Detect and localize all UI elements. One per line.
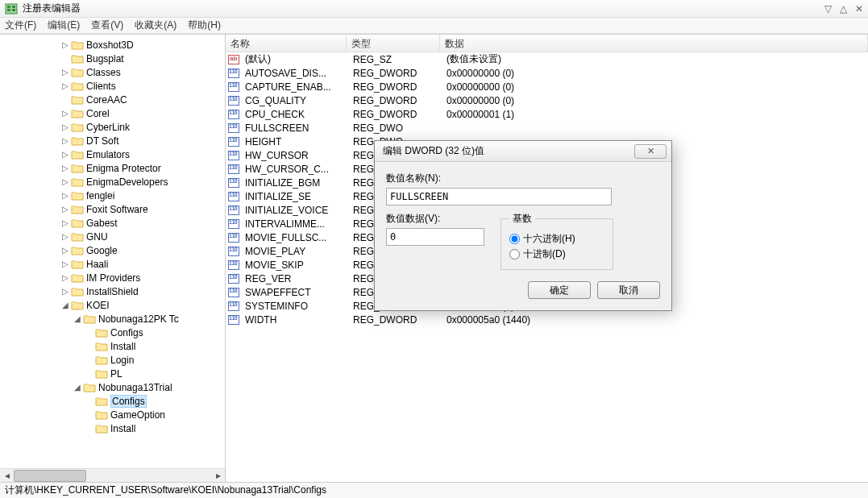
tree-item[interactable]: ▷Boxshot3D	[0, 38, 225, 52]
value-data-input[interactable]	[386, 228, 484, 246]
menu-edit[interactable]: 编辑(E)	[48, 19, 80, 32]
hex-radio[interactable]	[509, 234, 520, 244]
tree-item[interactable]: Bugsplat	[0, 52, 225, 65]
tree-item[interactable]: ▷Clients	[0, 79, 225, 93]
tree-item[interactable]: ▷Enigma Protector	[0, 161, 225, 175]
tree-item[interactable]: ▷Haali	[0, 257, 225, 271]
menu-view[interactable]: 查看(V)	[91, 19, 123, 32]
maximize-button[interactable]: △	[840, 3, 847, 15]
menu-file[interactable]: 文件(F)	[5, 19, 36, 32]
expander-icon[interactable]: ▷	[60, 191, 70, 200]
tree-item[interactable]: Install	[0, 421, 225, 435]
scroll-right-arrow[interactable]: ▸	[211, 469, 225, 483]
tree-item[interactable]: ▷Emulators	[0, 147, 225, 161]
scroll-track[interactable]	[14, 470, 211, 482]
menu-favorites[interactable]: 收藏夹(A)	[135, 19, 177, 32]
svg-rect-1	[7, 6, 10, 8]
col-type[interactable]: 类型	[347, 35, 440, 52]
expander-icon[interactable]: ▷	[60, 136, 70, 145]
expander-icon[interactable]: ▷	[60, 81, 70, 90]
value-name: HW_CURSOR	[240, 150, 348, 161]
expander-icon[interactable]: ▷	[60, 40, 70, 49]
tree-item[interactable]: Install	[0, 339, 225, 353]
expander-icon[interactable]: ▷	[60, 273, 70, 282]
ok-button[interactable]: 确定	[528, 281, 591, 299]
value-type: REG_DWORD	[348, 95, 442, 106]
value-row[interactable]: CPU_CHECKREG_DWORD0x00000001 (1)	[226, 107, 868, 121]
expander-icon[interactable]: ▷	[60, 109, 70, 118]
tree-item[interactable]: ▷Classes	[0, 65, 225, 79]
tree-item[interactable]: ▷Google	[0, 243, 225, 257]
expander-icon[interactable]: ▷	[60, 177, 70, 186]
tree-item[interactable]: CoreAAC	[0, 93, 225, 106]
tree-item[interactable]: ▷Foxit Software	[0, 202, 225, 216]
col-data[interactable]: 数据	[440, 35, 868, 52]
value-row[interactable]: CAPTURE_ENAB...REG_DWORD0x00000000 (0)	[226, 80, 868, 93]
tree-item[interactable]: Configs	[0, 394, 225, 408]
value-name-input[interactable]	[386, 188, 612, 205]
scroll-thumb[interactable]	[14, 470, 86, 482]
value-name: SYSTEMINFO	[240, 301, 348, 312]
tree-item[interactable]: ◢Nobunaga13Trial	[0, 380, 225, 394]
value-type-icon	[227, 137, 240, 147]
expander-icon[interactable]: ◢	[73, 383, 82, 392]
expander-icon[interactable]: ▷	[60, 68, 70, 77]
folder-icon	[71, 259, 84, 270]
expander-icon[interactable]: ▷	[60, 205, 70, 214]
expander-icon[interactable]: ▷	[60, 218, 70, 227]
tree-item-label: Haali	[86, 259, 108, 270]
folder-icon	[71, 94, 84, 106]
tree-item[interactable]: ◢KOEI	[0, 298, 225, 312]
expander-icon[interactable]: ▷	[60, 164, 70, 172]
tree-item[interactable]: Login	[0, 353, 225, 367]
tree-item[interactable]: GameOption	[0, 408, 225, 421]
value-type-icon	[227, 315, 240, 325]
scroll-left-arrow[interactable]: ◂	[0, 469, 14, 483]
menu-help[interactable]: 帮助(H)	[188, 19, 221, 32]
tree[interactable]: ▷Boxshot3DBugsplat▷Classes▷ClientsCoreAA…	[0, 35, 225, 459]
value-row[interactable]: AUTOSAVE_DIS...REG_DWORD0x00000000 (0)	[226, 66, 868, 80]
expander-icon[interactable]: ▷	[60, 232, 70, 241]
value-type-icon	[227, 55, 240, 64]
expander-icon[interactable]: ▷	[60, 150, 70, 159]
tree-item-label: GNU	[86, 231, 108, 243]
tree-item[interactable]: ▷GNU	[0, 230, 225, 243]
tree-item[interactable]: ▷EnigmaDevelopers	[0, 175, 225, 189]
tree-item[interactable]: Configs	[0, 326, 225, 339]
col-name[interactable]: 名称	[226, 35, 347, 52]
tree-item[interactable]: ▷Corel	[0, 106, 225, 120]
dec-radio[interactable]	[509, 249, 520, 259]
tree-item[interactable]: ▷fenglei	[0, 189, 225, 202]
folder-icon	[95, 355, 108, 366]
expander-icon[interactable]: ▷	[60, 122, 70, 131]
value-data: 0x00000000 (0)	[442, 81, 868, 93]
tree-item[interactable]: ▷InstallShield	[0, 284, 225, 298]
horizontal-scrollbar[interactable]: ◂ ▸	[0, 468, 225, 482]
value-name: INITIALIZE_BGM	[240, 177, 348, 189]
value-row[interactable]: CG_QUALITYREG_DWORD0x00000000 (0)	[226, 93, 868, 107]
expander-icon[interactable]: ▷	[60, 287, 70, 296]
dialog-close-button[interactable]: ✕	[634, 144, 667, 159]
tree-item[interactable]: ▷Gabest	[0, 216, 225, 230]
close-button[interactable]: ✕	[855, 3, 863, 15]
tree-item[interactable]: ▷IM Providers	[0, 271, 225, 284]
dialog-titlebar[interactable]: 编辑 DWORD (32 位)值 ✕	[375, 141, 671, 162]
expander-icon[interactable]: ▷	[60, 259, 70, 268]
tree-item[interactable]: ▷DT Soft	[0, 134, 225, 147]
value-name: INITIALIZE_VOICE	[240, 205, 348, 216]
value-row[interactable]: (默认)REG_SZ(数值未设置)	[226, 52, 868, 66]
tree-item[interactable]: ▷CyberLink	[0, 120, 225, 134]
value-row[interactable]: WIDTHREG_DWORD0x000005a0 (1440)	[226, 313, 868, 326]
expander-icon[interactable]: ▷	[60, 246, 70, 255]
expander-icon[interactable]: ◢	[60, 301, 70, 309]
minimize-button[interactable]: ▽	[824, 3, 832, 15]
value-name: CG_QUALITY	[240, 95, 348, 106]
cancel-button[interactable]: 取消	[597, 281, 660, 299]
tree-item[interactable]: ◢Nobunaga12PK Tc	[0, 312, 225, 326]
tree-item-label: Emulators	[86, 149, 130, 160]
folder-icon	[95, 396, 108, 407]
value-row[interactable]: FULLSCREENREG_DWO	[226, 121, 868, 135]
tree-item[interactable]: PL	[0, 367, 225, 380]
expander-icon[interactable]: ◢	[73, 314, 82, 323]
folder-icon	[95, 327, 108, 338]
